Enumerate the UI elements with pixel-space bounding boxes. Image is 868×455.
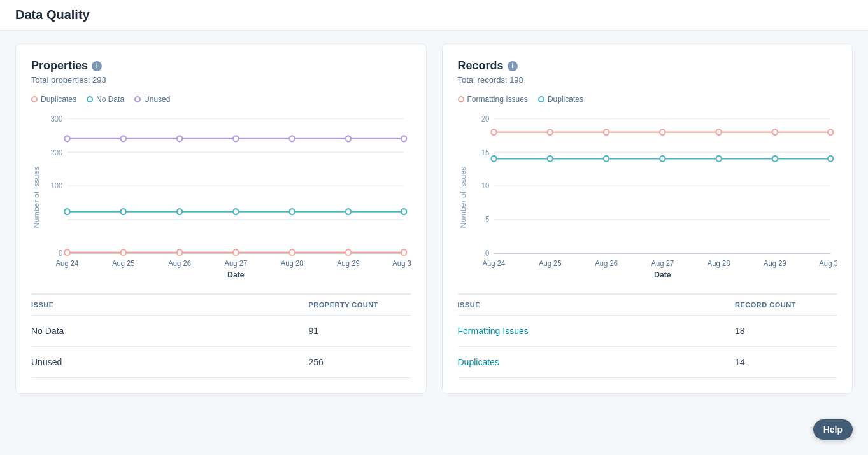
svg-point-56 <box>828 129 833 135</box>
legend-dot-formatting <box>458 96 464 102</box>
properties-legend: Duplicates No Data Unused <box>31 95 411 104</box>
help-button[interactable]: Help <box>813 419 853 440</box>
records-col-issue: ISSUE <box>458 301 736 309</box>
svg-point-14 <box>290 136 295 141</box>
records-legend: Formatting Issues Duplicates <box>458 95 837 104</box>
records-card-title: Records i <box>458 59 837 73</box>
legend-dot-unused <box>134 96 141 102</box>
svg-text:Aug 29: Aug 29 <box>764 259 786 269</box>
no-data-issue-cell: No Data <box>31 326 309 336</box>
svg-point-55 <box>772 129 777 135</box>
page-title: Data Quality <box>15 8 853 22</box>
svg-text:Aug 30: Aug 30 <box>392 259 410 269</box>
svg-text:Aug 27: Aug 27 <box>651 259 674 269</box>
table-row-formatting[interactable]: Formatting Issues 18 <box>458 316 837 347</box>
records-col-count: RECORD COUNT <box>735 301 837 309</box>
properties-card-title: Properties i <box>31 59 411 73</box>
svg-text:Aug 24: Aug 24 <box>56 259 79 269</box>
records-table: ISSUE RECORD COUNT Formatting Issues 18 … <box>458 293 837 378</box>
svg-text:Aug 29: Aug 29 <box>337 259 360 269</box>
properties-subtitle: Total properties: 293 <box>31 75 411 85</box>
legend-dot-duplicates-records <box>538 96 544 102</box>
formatting-issue-cell[interactable]: Formatting Issues <box>458 326 736 336</box>
duplicates-count-cell: 14 <box>735 357 837 367</box>
table-row-no-data: No Data 91 <box>31 316 411 347</box>
svg-text:Aug 30: Aug 30 <box>819 259 837 269</box>
svg-point-62 <box>772 156 777 162</box>
svg-text:Aug 26: Aug 26 <box>595 259 618 269</box>
table-row-duplicates-records[interactable]: Duplicates 14 <box>458 347 837 378</box>
legend-dot-no-data <box>87 96 93 102</box>
properties-table: ISSUE PROPERTY COUNT No Data 91 Unused 2… <box>31 293 411 378</box>
legend-item-no-data: No Data <box>87 95 124 104</box>
svg-point-59 <box>603 156 608 162</box>
legend-item-duplicates: Duplicates <box>31 95 76 104</box>
svg-point-23 <box>401 209 406 214</box>
svg-point-58 <box>547 156 552 162</box>
svg-text:5: 5 <box>485 215 489 225</box>
svg-point-13 <box>233 136 238 141</box>
svg-point-27 <box>233 249 238 255</box>
svg-point-24 <box>64 249 69 255</box>
svg-point-17 <box>64 209 69 214</box>
svg-text:Aug 28: Aug 28 <box>281 259 304 269</box>
legend-item-duplicates-records: Duplicates <box>538 95 583 104</box>
svg-point-25 <box>121 249 126 255</box>
svg-text:Number of Issues: Number of Issues <box>459 167 467 228</box>
properties-card: Properties i Total properties: 293 Dupli… <box>15 43 427 394</box>
svg-text:0: 0 <box>59 249 63 258</box>
svg-text:Aug 25: Aug 25 <box>538 259 561 269</box>
properties-chart: 300 200 100 0 Number of Issues <box>31 111 411 283</box>
unused-issue-cell: Unused <box>31 357 309 367</box>
duplicates-issue-cell[interactable]: Duplicates <box>458 357 736 367</box>
svg-text:200: 200 <box>50 148 62 157</box>
legend-dot-duplicates <box>31 96 38 102</box>
svg-text:Aug 28: Aug 28 <box>707 259 730 269</box>
svg-point-21 <box>290 209 295 214</box>
legend-item-unused: Unused <box>134 95 170 104</box>
svg-point-29 <box>346 249 351 255</box>
svg-text:Aug 26: Aug 26 <box>168 259 191 269</box>
page-header: Data Quality <box>0 0 868 31</box>
properties-col-issue: ISSUE <box>31 301 309 309</box>
no-data-count-cell: 91 <box>309 326 411 336</box>
svg-text:20: 20 <box>481 114 489 123</box>
svg-point-12 <box>177 136 182 141</box>
svg-text:0: 0 <box>485 249 489 258</box>
svg-point-63 <box>828 156 833 162</box>
properties-info-icon[interactable]: i <box>92 61 102 71</box>
properties-col-count: PROPERTY COUNT <box>309 301 411 309</box>
formatting-count-cell: 18 <box>735 326 837 336</box>
records-table-header: ISSUE RECORD COUNT <box>458 295 837 316</box>
svg-point-53 <box>660 129 665 135</box>
records-subtitle: Total records: 198 <box>458 75 837 85</box>
svg-text:Number of Issues: Number of Issues <box>32 167 41 228</box>
table-row-unused: Unused 256 <box>31 347 411 378</box>
svg-point-54 <box>716 129 721 135</box>
svg-text:100: 100 <box>50 181 62 191</box>
main-content: Properties i Total properties: 293 Dupli… <box>0 31 868 407</box>
svg-point-10 <box>64 136 69 141</box>
svg-point-11 <box>121 136 126 141</box>
svg-point-20 <box>233 209 238 214</box>
svg-point-19 <box>177 209 182 214</box>
svg-text:10: 10 <box>481 181 489 191</box>
unused-count-cell: 256 <box>309 357 411 367</box>
legend-item-formatting: Formatting Issues <box>458 95 528 104</box>
svg-text:Aug 25: Aug 25 <box>112 259 135 269</box>
records-info-icon[interactable]: i <box>508 61 518 71</box>
svg-point-51 <box>547 129 552 135</box>
properties-table-header: ISSUE PROPERTY COUNT <box>31 295 411 316</box>
svg-point-26 <box>177 249 182 255</box>
records-chart: 20 15 10 5 0 Number of Issues <box>458 111 837 283</box>
svg-point-52 <box>603 129 608 135</box>
svg-point-50 <box>491 129 496 135</box>
svg-point-22 <box>346 209 351 214</box>
svg-point-57 <box>491 156 496 162</box>
svg-point-15 <box>346 136 351 141</box>
svg-point-28 <box>290 249 295 255</box>
svg-point-30 <box>401 249 406 255</box>
svg-text:15: 15 <box>481 148 489 157</box>
svg-text:Date: Date <box>654 269 671 279</box>
svg-point-61 <box>716 156 721 162</box>
